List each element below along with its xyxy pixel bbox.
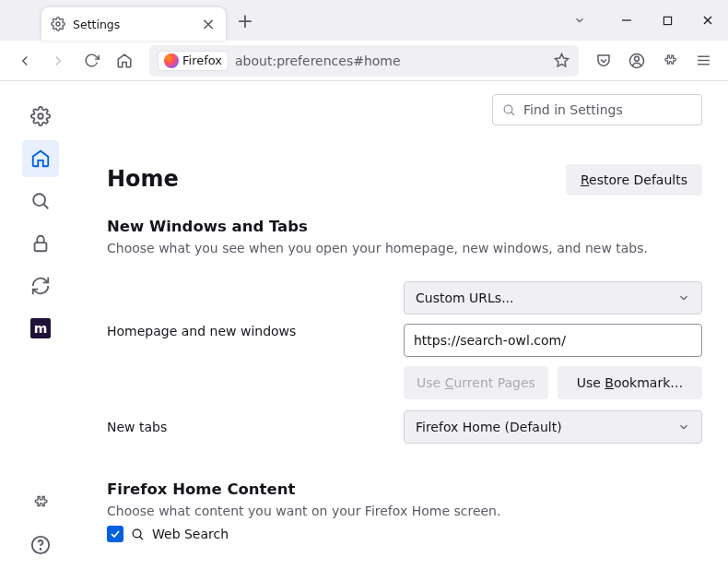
tab-settings[interactable]: Settings ×: [41, 7, 226, 41]
svg-point-19: [133, 529, 141, 538]
svg-point-11: [38, 113, 43, 119]
homepage-select-value: Custom URLs...: [416, 290, 514, 305]
window-controls: [606, 0, 728, 41]
section-fhc-desc: Choose what content you want on your Fir…: [107, 504, 702, 518]
content: m Find in Settings Home Restore Defaults…: [0, 81, 728, 569]
firefox-logo-icon: [164, 53, 179, 68]
titlebar: Settings × +: [0, 0, 728, 41]
tab-close-icon[interactable]: ×: [200, 16, 217, 32]
reload-button[interactable]: [76, 45, 107, 77]
svg-marker-5: [555, 53, 568, 65]
tab-title: Settings: [73, 18, 120, 31]
sidebar: m: [0, 81, 81, 569]
extensions-button[interactable]: [654, 45, 686, 77]
sidebar-item-extensions[interactable]: [22, 484, 59, 521]
url-text: about:preferences#home: [235, 53, 401, 68]
search-icon: [131, 528, 145, 541]
sidebar-item-general[interactable]: [22, 98, 59, 135]
section-firefox-home-content: Firefox Home Content: [107, 480, 702, 498]
home-button[interactable]: [109, 45, 140, 77]
sidebar-item-sync[interactable]: [22, 267, 59, 304]
chevron-down-icon: [677, 291, 690, 304]
maximize-button[interactable]: [647, 0, 687, 41]
svg-point-16: [40, 549, 41, 550]
m-icon: m: [30, 318, 51, 338]
back-button[interactable]: [9, 45, 41, 77]
checkbox-checked-icon[interactable]: [107, 526, 123, 542]
close-window-button[interactable]: [687, 0, 728, 41]
url-bar[interactable]: Firefox about:preferences#home: [149, 45, 579, 77]
svg-line-20: [140, 536, 143, 539]
search-placeholder: Find in Settings: [523, 102, 623, 117]
homepage-select[interactable]: Custom URLs...: [404, 281, 702, 314]
use-current-pages-button[interactable]: Use Current Pages: [404, 366, 548, 399]
newtabs-select[interactable]: Firefox Home (Default): [404, 410, 702, 444]
homepage-url-input[interactable]: [404, 324, 702, 357]
main: Find in Settings Home Restore Defaults N…: [81, 81, 728, 569]
minimize-button[interactable]: [606, 0, 647, 41]
firefox-badge: Firefox: [159, 52, 228, 70]
sidebar-item-privacy[interactable]: [22, 225, 59, 262]
sidebar-item-help[interactable]: [22, 527, 59, 563]
svg-rect-14: [35, 243, 47, 251]
new-tab-button[interactable]: +: [231, 6, 259, 34]
toolbar: Firefox about:preferences#home: [0, 41, 728, 81]
use-bookmark-button[interactable]: Use Bookmark…: [558, 366, 702, 399]
gear-icon: [51, 17, 65, 31]
svg-point-0: [56, 22, 60, 26]
svg-rect-2: [663, 17, 671, 24]
web-search-row[interactable]: Web Search: [107, 526, 702, 542]
web-search-label: Web Search: [152, 527, 229, 541]
chevron-down-icon: [677, 421, 690, 433]
svg-line-13: [43, 204, 48, 208]
section-new-windows-tabs: New Windows and Tabs: [107, 218, 702, 235]
tabs-dropdown-icon[interactable]: [565, 0, 594, 41]
pocket-button[interactable]: [588, 45, 619, 77]
svg-point-12: [33, 194, 45, 206]
account-button[interactable]: [621, 45, 652, 77]
sidebar-item-more[interactable]: m: [22, 310, 59, 347]
homepage-label: Homepage and new windows: [107, 281, 404, 338]
newtabs-label: New tabs: [107, 420, 404, 434]
sidebar-item-search[interactable]: [22, 183, 59, 219]
settings-search[interactable]: Find in Settings: [492, 94, 702, 125]
svg-line-18: [511, 112, 514, 114]
forward-button[interactable]: [42, 45, 74, 77]
menu-button[interactable]: [687, 45, 719, 77]
newtabs-select-value: Firefox Home (Default): [416, 420, 562, 434]
badge-text: Firefox: [182, 53, 222, 67]
section-nwt-desc: Choose what you see when you open your h…: [107, 241, 702, 255]
bookmark-star-icon[interactable]: [554, 53, 569, 68]
sidebar-item-home[interactable]: [22, 140, 59, 177]
svg-point-17: [504, 105, 512, 113]
svg-point-7: [635, 56, 640, 61]
restore-defaults-button[interactable]: Restore Defaults: [566, 164, 702, 196]
search-icon: [502, 103, 516, 117]
